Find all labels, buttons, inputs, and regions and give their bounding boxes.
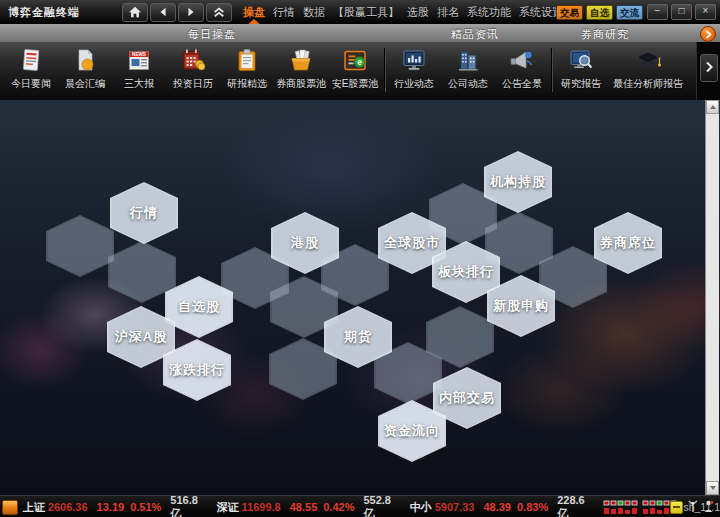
toolbar-item-label: 券商股票池 [276,77,326,91]
index-name: 深证 [217,500,239,515]
arrow-right-icon [185,4,197,22]
toolbar-item[interactable]: 晨会汇编 [58,42,112,100]
menu-item[interactable]: 【股赢工具】 [333,5,399,20]
index-change: 48.55 [290,501,318,513]
toolbar-item[interactable]: 公司动态 [441,42,495,100]
category-section-label: 券商研究 [581,27,629,42]
toolbar-item[interactable]: e安E股票池 [328,42,382,100]
toolbar-expand-panel [696,42,720,100]
category-section-label: 每日操盘 [188,27,236,42]
quick-button[interactable]: 自选 [586,5,613,20]
index-name: 中小 [410,500,432,515]
menu-item[interactable]: 选股 [407,5,429,20]
chevron-right-icon [705,25,712,43]
hex-placeholder-fill [48,217,113,276]
toolbar-item[interactable]: 行业动态 [387,42,441,100]
hex-tile[interactable]: 行情 [110,182,178,244]
grad-cap-icon [634,46,662,76]
index-change-pct: 0.42% [323,501,354,513]
toolbar-item-label: 研究报告 [561,77,601,91]
quick-button[interactable]: 交流 [616,5,643,20]
home-button[interactable] [122,3,148,22]
scroll-up-button[interactable] [706,100,719,114]
hex-tile-label: 新股申购 [493,297,549,315]
index-turnover: 552.8亿 [363,494,399,517]
collapse-button[interactable] [206,3,232,22]
news-doc-icon [17,46,45,76]
index-turnover: 228.6亿 [557,494,593,517]
toolbar-item-label: 研报精选 [227,77,267,91]
status-bar: 上证2606.3613.190.51%516.8亿深证11699.848.550… [0,495,720,517]
index-change: 13.19 [97,501,125,513]
hex-tile-label: 全球股市 [384,234,440,252]
hex-tile-label: 券商席位 [600,234,656,252]
scroll-down-button[interactable] [706,481,719,495]
toolbar-item[interactable]: 券商股票池 [274,42,328,100]
vertical-scrollbar[interactable] [705,100,719,495]
index-quote: 深证11699.848.550.42%552.8亿 [217,494,410,517]
toolbar-item[interactable]: NEWS三大报 [112,42,166,100]
menu-item[interactable]: 排名 [437,5,459,20]
toolbar-item-label: 今日要闻 [11,77,51,91]
toolbar-item[interactable]: 研究报告 [554,42,608,100]
triangle-up-icon [710,105,716,109]
maximize-button[interactable]: □ [671,4,692,20]
toolbar-item[interactable]: 公告全景 [495,42,549,100]
index-turnover: 516.8亿 [170,494,206,517]
index-quote: 上证2606.3613.190.51%516.8亿 [23,494,217,517]
antenna-icon[interactable] [687,500,699,515]
minimize-button[interactable]: − [647,4,668,20]
toolbar-item[interactable]: 研报精选 [220,42,274,100]
hex-tile-label: 沪深A股 [115,328,167,346]
menu-item[interactable]: 数据 [303,5,325,20]
app-title: 博弈金融终端 [8,5,80,20]
basket-icon [287,46,315,76]
toolbar-item-label: 晨会汇编 [65,77,105,91]
monitor-search-icon [567,46,595,76]
hex-tile-label: 港股 [291,234,319,252]
index-value: 11699.8 [242,501,281,513]
chevron-right-icon [705,59,713,77]
building-icon [454,46,482,76]
hex-tile-label: 自选股 [178,298,220,316]
category-bar: 每日操盘精品资讯券商研究 [0,24,720,43]
market-mini-chart [603,500,677,515]
toolbar-item-label: 公告全景 [502,77,542,91]
home-icon [128,4,142,22]
quick-buttons: 交易自选交流 [556,5,643,20]
hex-tile-label: 行情 [130,204,158,222]
category-section-label: 精品资讯 [451,27,499,42]
toolbar-item-label: 最佳分析师报告 [613,77,683,91]
close-button[interactable]: × [695,4,716,20]
calendar-icon [179,46,207,76]
notice-icon[interactable] [670,501,683,514]
forward-button[interactable] [178,3,204,22]
hex-tile-label: 涨跌排行 [169,361,225,379]
toolbar-item-label: 安E股票池 [332,77,379,91]
index-quotes: 上证2606.3613.190.51%516.8亿深证11699.848.550… [23,494,604,517]
toolbar: 今日要闻晨会汇编NEWS三大报投资日历研报精选券商股票池e安E股票池行业动态公司… [0,42,720,101]
category-more-button[interactable] [700,26,716,42]
menu-item[interactable]: 操盘 [243,5,265,20]
index-change: 48.39 [483,501,511,513]
quick-button[interactable]: 交易 [556,5,583,20]
index-value: 2606.36 [48,501,88,513]
toolbar-item[interactable]: 投资日历 [166,42,220,100]
toolbar-expand-button[interactable] [700,54,718,82]
connection-status-icon[interactable] [703,500,714,515]
hex-placeholder-fill [110,243,175,302]
back-button[interactable] [150,3,176,22]
toolbar-item[interactable]: 今日要闻 [4,42,58,100]
status-app-icon[interactable] [2,500,18,515]
svg-text:e: e [357,57,362,67]
menu-item[interactable]: 行情 [273,5,295,20]
menu-item[interactable]: 系统功能 [467,5,511,20]
toolbar-item-label: 投资日历 [173,77,213,91]
clipboard-icon [233,46,261,76]
epanel-icon: e [341,46,369,76]
toolbar-item[interactable]: 最佳分析师报告 [608,42,688,100]
index-value: 5907.33 [435,501,475,513]
hex-tile-label: 期货 [344,328,372,346]
triangle-down-icon [710,486,716,490]
newspaper-icon: NEWS [125,46,153,76]
